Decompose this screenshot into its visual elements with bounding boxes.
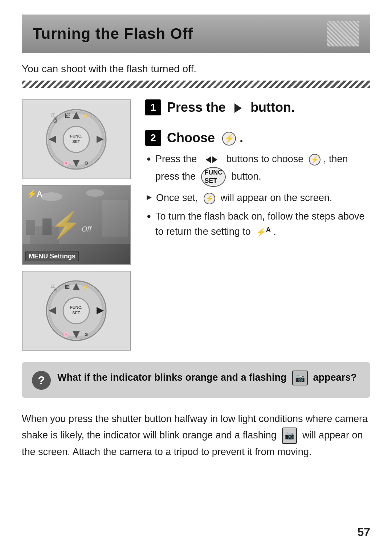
step-2-title-prefix: Choose: [167, 130, 215, 145]
camera-dial-svg-2: FUNC. SET 庄 圈 🖼 ⚡ 🌸 ⚙: [44, 278, 109, 343]
title-bar: Turning the Flash Off: [22, 15, 370, 53]
svg-text:SET: SET: [72, 311, 80, 315]
svg-text:🖼: 🖼: [65, 113, 70, 119]
camera-shake-icon: 📷: [292, 371, 308, 385]
svg-text:圈: 圈: [54, 117, 57, 120]
svg-text:圈: 圈: [54, 289, 57, 292]
tip-question-text: What if the indicator blinks orange and …: [57, 372, 287, 383]
svg-text:🖼: 🖼: [65, 284, 70, 290]
step-2-title-suffix: .: [240, 130, 243, 145]
camera-dial-image: FUNC. SET ⚙ 🖼 ⚡ 🌸 ⚙ 庄 圈: [22, 99, 131, 179]
flash-auto-superscript: ⚡A: [256, 228, 271, 237]
step-2-bullet-2: Once set, ⚡ will appear on the screen.: [147, 191, 370, 206]
step-1-header: 1 Press the button.: [145, 99, 370, 115]
tip-question-icon: ?: [32, 371, 51, 390]
stripe-divider: [22, 81, 370, 88]
svg-text:庄: 庄: [51, 284, 55, 288]
step-1: 1 Press the button.: [145, 99, 370, 115]
svg-text:FUNC.: FUNC.: [70, 134, 82, 138]
photo-scene-image: ⚡ Off ⚡A MENU Settings: [22, 185, 131, 265]
step-2-header: 2 Choose ⚡ .: [145, 130, 370, 146]
step-1-number: 1: [145, 99, 161, 115]
step-2-body: Press the buttons to choose ⚡ , then pre…: [145, 152, 370, 240]
images-column: FUNC. SET ⚙ 🖼 ⚡ 🌸 ⚙ 庄 圈: [22, 99, 131, 351]
camera-shake-inline-icon: 📷: [282, 428, 297, 443]
camera-dial-image-2: FUNC. SET 庄 圈 🖼 ⚡ 🌸 ⚙: [22, 271, 131, 351]
svg-text:庄: 庄: [51, 113, 55, 117]
steps-column: 1 Press the button. 2 Choose ⚡: [145, 99, 370, 351]
step-2-bullet-1-text: Press the buttons to choose ⚡ , then pre…: [155, 152, 370, 187]
step-2: 2 Choose ⚡ . Press the: [145, 130, 370, 240]
svg-text:⚙: ⚙: [84, 160, 89, 166]
tip-box: ? What if the indicator blinks orange an…: [22, 362, 370, 398]
step-1-title: Press the button.: [167, 100, 295, 115]
tip-content: What if the indicator blinks orange and …: [57, 370, 357, 385]
menu-label: MENU Settings: [25, 252, 79, 261]
step-2-bullet-1: Press the buttons to choose ⚡ , then pre…: [147, 152, 370, 187]
step-2-bullet-3-text: To turn the flash back on, follow the st…: [155, 209, 370, 240]
4a-label: ⚡A: [27, 189, 42, 199]
step-2-bullet-2-text: Once set, ⚡ will appear on the screen.: [156, 191, 332, 206]
tip-question-suffix: appears?: [313, 372, 357, 383]
flash-off-inline: ⚡: [309, 154, 320, 165]
svg-text:FUNC.: FUNC.: [70, 305, 82, 310]
title-graphic: [327, 21, 359, 46]
flash-off-inline-2: ⚡: [204, 193, 215, 204]
step-2-bullet-3: To turn the flash back on, follow the st…: [147, 209, 370, 240]
main-content: FUNC. SET ⚙ 🖼 ⚡ 🌸 ⚙ 庄 圈: [22, 99, 370, 351]
right-triangle-icon: [234, 103, 242, 113]
subtitle-text: You can shoot with the flash turned off.: [22, 63, 370, 75]
page-title: Turning the Flash Off: [33, 25, 193, 42]
svg-text:🌸: 🌸: [63, 331, 69, 338]
left-right-arrows: [202, 154, 221, 164]
svg-text:🌸: 🌸: [63, 160, 69, 166]
svg-text:⚡: ⚡: [82, 113, 89, 119]
flash-symbol: ⚡: [50, 210, 81, 240]
step-2-title: Choose ⚡ .: [167, 130, 243, 146]
svg-text:⚡: ⚡: [82, 284, 89, 290]
body-text: When you press the shutter button halfwa…: [22, 411, 370, 460]
off-label: Off: [82, 225, 91, 233]
step-1-title-suffix: button.: [250, 100, 295, 115]
camera-dial-svg: FUNC. SET ⚙ 🖼 ⚡ 🌸 ⚙ 庄 圈: [44, 107, 109, 172]
svg-text:SET: SET: [72, 139, 80, 144]
step-2-number: 2: [145, 130, 161, 146]
flash-off-circle-icon: ⚡: [222, 132, 236, 146]
func-set-button-icon: FUNCSET: [201, 167, 226, 187]
svg-text:⚙: ⚙: [84, 332, 89, 337]
page-number: 57: [357, 526, 370, 539]
step-1-title-prefix: Press the: [167, 100, 226, 115]
